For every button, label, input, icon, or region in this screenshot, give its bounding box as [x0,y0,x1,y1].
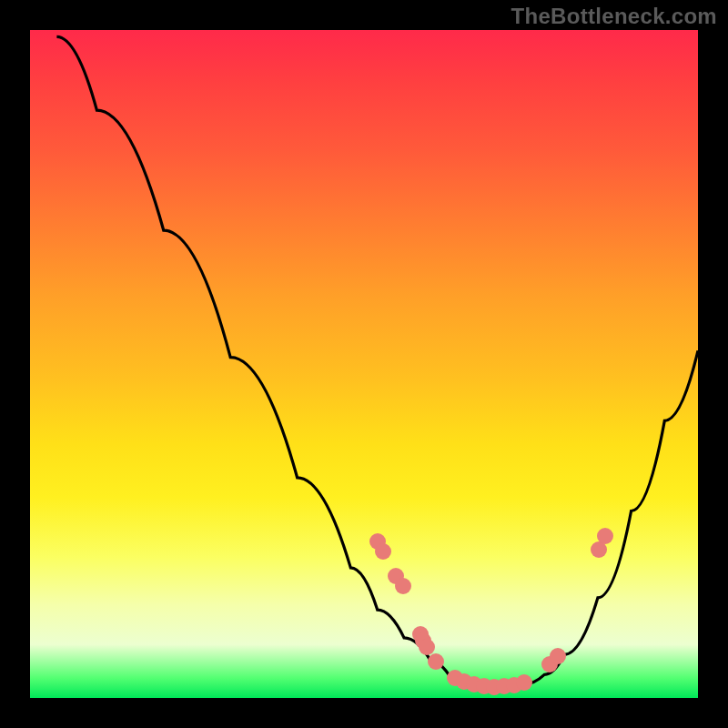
chart-frame: TheBottleneck.com [0,0,728,728]
data-marker [516,674,532,691]
data-marker [591,541,607,558]
data-marker [375,543,391,560]
data-marker [395,578,411,594]
data-marker [428,653,444,670]
data-marker [550,648,566,664]
plot-area [30,30,698,698]
bottleneck-curve [30,30,698,698]
data-marker [597,528,613,544]
watermark-text: TheBottleneck.com [511,4,717,29]
data-marker [419,639,435,655]
